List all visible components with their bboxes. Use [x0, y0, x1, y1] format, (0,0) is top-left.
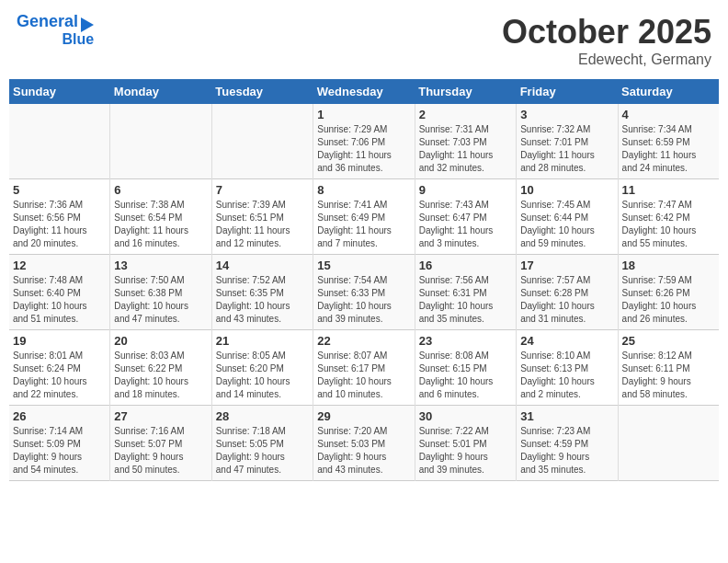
day-number: 20: [114, 334, 207, 348]
day-info: Sunrise: 7:39 AM Sunset: 6:51 PM Dayligh…: [216, 199, 309, 250]
calendar-cell: 12Sunrise: 7:48 AM Sunset: 6:40 PM Dayli…: [9, 255, 110, 330]
day-info: Sunrise: 7:20 AM Sunset: 5:03 PM Dayligh…: [317, 425, 410, 477]
day-number: 18: [622, 259, 715, 272]
day-info: Sunrise: 7:45 AM Sunset: 6:44 PM Dayligh…: [520, 199, 613, 250]
day-info: Sunrise: 7:16 AM Sunset: 5:07 PM Dayligh…: [114, 425, 207, 477]
day-number: 2: [419, 108, 512, 121]
calendar-cell: 16Sunrise: 7:56 AM Sunset: 6:31 PM Dayli…: [415, 255, 516, 330]
day-number: 4: [622, 108, 715, 121]
day-info: Sunrise: 7:23 AM Sunset: 4:59 PM Dayligh…: [520, 425, 613, 477]
day-number: 26: [13, 409, 106, 423]
weekday-header: Monday: [110, 79, 211, 104]
logo-text: General: [17, 13, 78, 31]
day-info: Sunrise: 7:48 AM Sunset: 6:40 PM Dayligh…: [13, 274, 106, 326]
calendar-cell: 1Sunrise: 7:29 AM Sunset: 7:06 PM Daylig…: [313, 104, 415, 179]
calendar-cell: 10Sunrise: 7:45 AM Sunset: 6:44 PM Dayli…: [517, 179, 618, 255]
calendar-table: SundayMondayTuesdayWednesdayThursdayFrid…: [9, 79, 719, 481]
calendar-cell: 24Sunrise: 8:10 AM Sunset: 6:13 PM Dayli…: [517, 330, 618, 406]
day-number: 17: [520, 259, 613, 272]
day-number: 21: [216, 334, 309, 348]
calendar-cell: 28Sunrise: 7:18 AM Sunset: 5:05 PM Dayli…: [211, 406, 313, 481]
title-block: October 2025 Edewecht, Germany: [502, 13, 711, 68]
calendar-cell: 22Sunrise: 8:07 AM Sunset: 6:17 PM Dayli…: [313, 330, 415, 406]
day-info: Sunrise: 8:03 AM Sunset: 6:22 PM Dayligh…: [114, 350, 207, 401]
day-info: Sunrise: 7:22 AM Sunset: 5:01 PM Dayligh…: [419, 425, 512, 477]
day-info: Sunrise: 7:52 AM Sunset: 6:35 PM Dayligh…: [216, 274, 309, 326]
day-info: Sunrise: 7:36 AM Sunset: 6:56 PM Dayligh…: [13, 199, 106, 250]
calendar-cell: 6Sunrise: 7:38 AM Sunset: 6:54 PM Daylig…: [110, 179, 211, 255]
day-number: 9: [419, 183, 512, 197]
day-number: 23: [419, 334, 512, 348]
day-number: 13: [114, 259, 207, 272]
calendar-week-row: 5Sunrise: 7:36 AM Sunset: 6:56 PM Daylig…: [9, 179, 719, 255]
day-info: Sunrise: 7:54 AM Sunset: 6:33 PM Dayligh…: [317, 274, 410, 326]
calendar-cell: [9, 104, 110, 179]
day-number: 27: [114, 409, 207, 423]
calendar-cell: [618, 406, 719, 481]
day-info: Sunrise: 7:34 AM Sunset: 6:59 PM Dayligh…: [622, 123, 715, 175]
calendar-cell: 11Sunrise: 7:47 AM Sunset: 6:42 PM Dayli…: [618, 179, 719, 255]
weekday-header: Thursday: [415, 79, 516, 104]
calendar-cell: 21Sunrise: 8:05 AM Sunset: 6:20 PM Dayli…: [211, 330, 313, 406]
day-number: 14: [216, 259, 309, 272]
calendar-cell: 13Sunrise: 7:50 AM Sunset: 6:38 PM Dayli…: [110, 255, 211, 330]
calendar-cell: 23Sunrise: 8:08 AM Sunset: 6:15 PM Dayli…: [415, 330, 516, 406]
day-info: Sunrise: 8:10 AM Sunset: 6:13 PM Dayligh…: [520, 350, 613, 401]
logo: General Blue: [17, 13, 94, 47]
day-info: Sunrise: 8:01 AM Sunset: 6:24 PM Dayligh…: [13, 350, 106, 401]
day-number: 28: [216, 409, 309, 423]
day-number: 7: [216, 183, 309, 197]
calendar-cell: 4Sunrise: 7:34 AM Sunset: 6:59 PM Daylig…: [618, 104, 719, 179]
day-number: 16: [419, 259, 512, 272]
day-number: 6: [114, 183, 207, 197]
day-info: Sunrise: 8:07 AM Sunset: 6:17 PM Dayligh…: [317, 350, 410, 401]
day-info: Sunrise: 7:43 AM Sunset: 6:47 PM Dayligh…: [419, 199, 512, 250]
day-number: 3: [520, 108, 613, 121]
weekday-header: Saturday: [618, 79, 719, 104]
day-info: Sunrise: 7:47 AM Sunset: 6:42 PM Dayligh…: [622, 199, 715, 250]
weekday-header: Tuesday: [211, 79, 313, 104]
weekday-header: Wednesday: [313, 79, 415, 104]
calendar-cell: [211, 104, 313, 179]
day-info: Sunrise: 7:57 AM Sunset: 6:28 PM Dayligh…: [520, 274, 613, 326]
calendar-cell: 29Sunrise: 7:20 AM Sunset: 5:03 PM Dayli…: [313, 406, 415, 481]
day-info: Sunrise: 7:31 AM Sunset: 7:03 PM Dayligh…: [419, 123, 512, 175]
calendar-cell: 2Sunrise: 7:31 AM Sunset: 7:03 PM Daylig…: [415, 104, 516, 179]
calendar-cell: 8Sunrise: 7:41 AM Sunset: 6:49 PM Daylig…: [313, 179, 415, 255]
calendar-cell: 9Sunrise: 7:43 AM Sunset: 6:47 PM Daylig…: [415, 179, 516, 255]
calendar-cell: [110, 104, 211, 179]
weekday-header: Friday: [517, 79, 618, 104]
calendar-week-row: 26Sunrise: 7:14 AM Sunset: 5:09 PM Dayli…: [9, 406, 719, 481]
day-info: Sunrise: 7:32 AM Sunset: 7:01 PM Dayligh…: [520, 123, 613, 175]
calendar-cell: 3Sunrise: 7:32 AM Sunset: 7:01 PM Daylig…: [517, 104, 618, 179]
calendar-cell: 20Sunrise: 8:03 AM Sunset: 6:22 PM Dayli…: [110, 330, 211, 406]
day-info: Sunrise: 7:18 AM Sunset: 5:05 PM Dayligh…: [216, 425, 309, 477]
day-info: Sunrise: 8:12 AM Sunset: 6:11 PM Dayligh…: [622, 350, 715, 401]
day-info: Sunrise: 7:56 AM Sunset: 6:31 PM Dayligh…: [419, 274, 512, 326]
day-number: 22: [317, 334, 410, 348]
day-number: 1: [317, 108, 410, 121]
calendar-cell: 18Sunrise: 7:59 AM Sunset: 6:26 PM Dayli…: [618, 255, 719, 330]
header: General Blue October 2025 Edewecht, Germ…: [9, 9, 719, 72]
calendar-cell: 30Sunrise: 7:22 AM Sunset: 5:01 PM Dayli…: [415, 406, 516, 481]
day-number: 30: [419, 409, 512, 423]
day-info: Sunrise: 7:38 AM Sunset: 6:54 PM Dayligh…: [114, 199, 207, 250]
day-number: 19: [13, 334, 106, 348]
calendar-title: October 2025: [502, 13, 711, 52]
day-info: Sunrise: 7:50 AM Sunset: 6:38 PM Dayligh…: [114, 274, 207, 326]
calendar-cell: 19Sunrise: 8:01 AM Sunset: 6:24 PM Dayli…: [9, 330, 110, 406]
day-info: Sunrise: 7:59 AM Sunset: 6:26 PM Dayligh…: [622, 274, 715, 326]
day-number: 5: [13, 183, 106, 197]
day-info: Sunrise: 7:14 AM Sunset: 5:09 PM Dayligh…: [13, 425, 106, 477]
calendar-cell: 31Sunrise: 7:23 AM Sunset: 4:59 PM Dayli…: [517, 406, 618, 481]
calendar-cell: 14Sunrise: 7:52 AM Sunset: 6:35 PM Dayli…: [211, 255, 313, 330]
day-number: 25: [622, 334, 715, 348]
day-number: 10: [520, 183, 613, 197]
calendar-cell: 17Sunrise: 7:57 AM Sunset: 6:28 PM Dayli…: [517, 255, 618, 330]
weekday-header: Sunday: [9, 79, 110, 104]
calendar-cell: 26Sunrise: 7:14 AM Sunset: 5:09 PM Dayli…: [9, 406, 110, 481]
calendar-subtitle: Edewecht, Germany: [502, 52, 711, 68]
day-number: 8: [317, 183, 410, 197]
calendar-cell: 27Sunrise: 7:16 AM Sunset: 5:07 PM Dayli…: [110, 406, 211, 481]
day-number: 31: [520, 409, 613, 423]
